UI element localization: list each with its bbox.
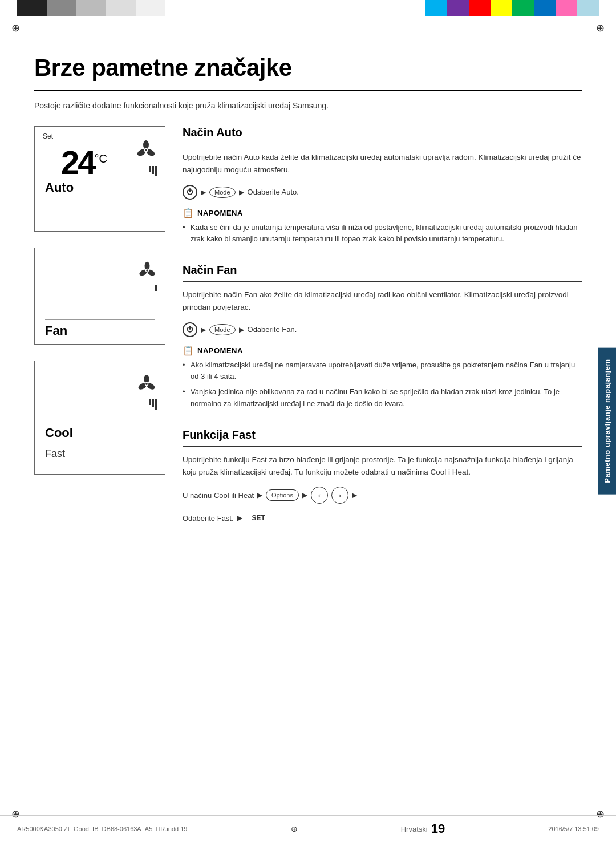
fast-label: Fast [45, 444, 155, 460]
fan-icon-cool-fast [136, 374, 157, 410]
fan-icon-auto [135, 139, 157, 176]
page-number-area: Hrvatski 19 [401, 821, 445, 836]
note-box-fan: 📋 NAPOMENA Ako klimatizacijski uređaj ne… [183, 345, 582, 410]
note-list-fan: Ako klimatizacijski uređaj ne namjeravat… [183, 359, 582, 410]
top-color-bar [0, 0, 616, 16]
temp-value: 24°C [61, 144, 107, 181]
power-icon-auto [183, 185, 197, 200]
note-item-fan-2: Vanjska jedinica nije oblikovana za rad … [183, 386, 582, 410]
auto-spacer [45, 203, 155, 225]
right-column: Način Auto Upotrijebite način Auto kada … [183, 126, 582, 543]
mode-button-auto[interactable]: Mode [209, 187, 236, 198]
note-icon-auto: 📋 [183, 208, 194, 218]
instruction-text-auto: Odaberite Auto. [248, 188, 299, 196]
fan-icon-fan-mode [137, 261, 157, 291]
arrow-fast-3: ▶ [352, 491, 357, 499]
arrow-fast-set: ▶ [237, 514, 242, 522]
section-nacin-fan: Način Fan Upotrijebite način Fan ako žel… [183, 264, 582, 410]
swatch-red [469, 0, 491, 16]
sidebar-tab: Pametno upravljanje napajanjem [598, 347, 616, 494]
mode-button-fan[interactable]: Mode [209, 324, 236, 335]
note-item-fan-1: Ako klimatizacijski uređaj ne namjeravat… [183, 359, 582, 383]
swatch-green [512, 0, 534, 16]
target-icon: ⊕ [291, 824, 298, 833]
color-block-white-gray [136, 0, 165, 16]
instruction-row-fast-2: Odaberite Fast. ▶ SET [183, 512, 582, 524]
note-icon-fan: 📋 [183, 345, 194, 356]
auto-label: Auto [45, 180, 155, 195]
cool-label: Cool [45, 422, 155, 440]
color-block-lighter-gray [106, 0, 136, 16]
top-bar-left-blocks [0, 0, 165, 16]
note-title-fan: NAPOMENA [197, 346, 243, 355]
fast-instruction-2: Odaberite Fast. [183, 514, 234, 523]
display-box-fan: Fan [34, 248, 165, 345]
instruction-row-auto: ▶ Mode ▶ Odaberite Auto. [183, 185, 582, 200]
note-title-auto: NAPOMENA [197, 209, 243, 217]
svg-point-17 [145, 383, 148, 385]
bottom-center: ⊕ [291, 824, 298, 833]
page-subtitle: Postoje različite dodatne funkcionalnost… [34, 101, 582, 110]
auto-divider [45, 199, 155, 199]
section-title-fast: Funkcija Fast [183, 428, 582, 447]
instruction-row-fan: ▶ Mode ▶ Odaberite Fan. [183, 322, 582, 337]
arrow-2-auto: ▶ [239, 188, 244, 196]
svg-point-11 [146, 269, 148, 272]
section-text-fan: Upotrijebite način Fan ako želite da kli… [183, 289, 582, 314]
set-button[interactable]: SET [246, 512, 271, 524]
power-icon-fan [183, 322, 197, 337]
main-content: Brze pametne značajke Postoje različite … [0, 23, 616, 577]
svg-point-5 [145, 149, 147, 151]
swatch-violet [447, 0, 469, 16]
arrow-fast-2: ▶ [302, 491, 307, 499]
page-title: Brze pametne značajke [34, 54, 582, 91]
arrow-1-auto: ▶ [201, 188, 206, 196]
section-text-fast: Upotrijebite funkciju Fast za brzo hlađe… [183, 454, 582, 479]
section-title-auto: Način Auto [183, 126, 582, 144]
note-item-auto-1: Kada se čini da je unutarnja temperatura… [183, 222, 582, 246]
section-title-fan: Način Fan [183, 264, 582, 282]
instruction-row-fast-1: U načinu Cool ili Heat ▶ Options ▶ ‹ › ▶ [183, 487, 582, 504]
fan-mode-label: Fan [45, 319, 155, 338]
swatch-yellow [491, 0, 512, 16]
section-nacin-auto: Način Auto Upotrijebite način Auto kada … [183, 126, 582, 245]
bottom-left-text: AR5000&A3050 ZE Good_IB_DB68-06163A_A5_H… [17, 825, 187, 832]
swatch-pink [556, 0, 577, 16]
reg-mark-tl: ⊕ [11, 22, 20, 34]
bottom-bar: AR5000&A3050 ZE Good_IB_DB68-06163A_A5_H… [0, 815, 616, 842]
color-block-gray [47, 0, 76, 16]
swatch-blue [534, 0, 556, 16]
options-button[interactable]: Options [266, 489, 299, 501]
bottom-right-text: 2016/5/7 13:51:09 [548, 825, 599, 832]
top-bar-right-swatches [425, 0, 616, 16]
swatch-cyan [425, 0, 447, 16]
page-language: Hrvatski [401, 825, 428, 833]
arrow-2-fan: ▶ [239, 326, 244, 334]
swatch-light-blue [577, 0, 599, 16]
reg-mark-tr: ⊕ [596, 22, 605, 34]
note-box-auto: 📋 NAPOMENA Kada se čini da je unutarnja … [183, 208, 582, 246]
display-box-cool-fast: Cool Fast [34, 361, 165, 475]
nav-right-button[interactable]: › [331, 487, 348, 504]
nav-left-button[interactable]: ‹ [311, 487, 328, 504]
section-text-auto: Upotrijebite način Auto kada želite da k… [183, 151, 582, 177]
page-number: 19 [431, 821, 445, 836]
set-label: Set [43, 132, 53, 140]
arrow-fast-1: ▶ [257, 491, 262, 499]
instruction-text-fan: Odaberite Fan. [248, 325, 297, 334]
arrow-1-fan: ▶ [201, 326, 206, 334]
display-box-auto: Set [34, 126, 165, 232]
fast-instruction-1: U načinu Cool ili Heat [183, 491, 254, 500]
note-header-fan: 📋 NAPOMENA [183, 345, 582, 356]
note-list-auto: Kada se čini da je unutarnja temperatura… [183, 222, 582, 246]
left-column: Set [34, 126, 165, 491]
two-column-layout: Set [34, 126, 582, 543]
color-block-light-gray [76, 0, 106, 16]
note-header-auto: 📋 NAPOMENA [183, 208, 582, 218]
section-funkcija-fast: Funkcija Fast Upotrijebite funkciju Fast… [183, 428, 582, 525]
color-block-black [17, 0, 47, 16]
